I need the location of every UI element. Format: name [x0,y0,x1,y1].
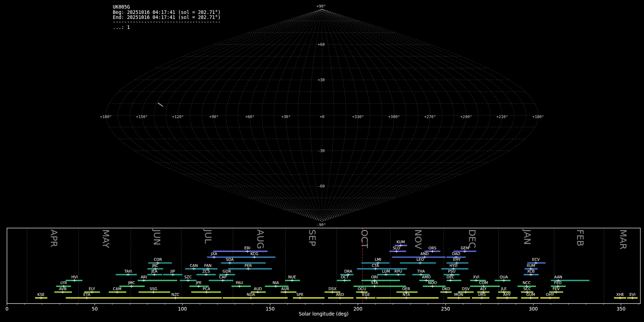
shower-label: AUR [281,287,289,291]
x-tick-label: 300 [529,306,538,312]
shower-label: ECV [532,257,540,262]
shower-label: JEA [151,269,158,273]
shower-label: SSG [150,287,157,291]
shower-DKD: DKD [440,287,452,294]
shower-label: ELY [89,287,95,291]
shower-label: EVI [629,292,635,297]
x-tick-label: 0 [5,306,8,312]
month-label-MAR: MAR [618,229,628,250]
shower-label: EHY [453,257,461,262]
shower-label: XCB [527,269,535,273]
shower-label: JXA [210,252,217,256]
shower-label: EGE [362,292,370,297]
shower-label: SDA [226,257,234,262]
shower-label: QUA [500,275,508,279]
station-id: UK005G [113,4,130,10]
shower-label: NZC [171,292,179,297]
x-tick-label: 350 [616,306,625,312]
month-label-JUL: JUL [203,229,213,244]
month-label-FEB: FEB [575,229,585,247]
shower-label: COM [479,280,488,285]
shower-label: DKD [442,287,450,291]
shower-label: DAD [452,252,460,256]
lon-label: +180° [532,114,544,119]
lon-label: +270° [424,114,436,119]
shower-label: TAH [124,269,132,273]
shower-label: SPE [297,292,304,297]
shower-label: NCC [523,280,531,285]
lat-label: -90° [317,223,326,227]
shower-label: MON [454,292,463,297]
x-tick-label: 200 [353,306,362,312]
shower-label: NTA [402,292,410,297]
lon-label: +0 [319,114,324,119]
month-label-OCT: OCT [359,229,370,248]
shower-label: PSU [448,269,455,273]
shower-label: FED [554,280,562,285]
shower-label: SCC [523,287,531,291]
radiant-map-screenshot: UK005G Beg: 20251016 04:17:41 (sol = 202… [0,0,644,322]
shower-label: OHY [546,292,554,297]
lon-label: +30° [281,114,291,119]
x-tick-label: 150 [265,306,274,312]
lon-label: +210° [496,114,508,119]
shower-label: ERI [244,246,250,250]
month-label-NOV: NOV [413,229,423,249]
month-label-APR: APR [49,229,59,247]
shower-label: ETA [83,292,91,297]
shower-label: XVI [473,275,479,279]
shower-label: AUD [254,287,262,291]
shower-label: PCA [203,287,211,291]
shower-label: PER [245,263,252,268]
month-label-MAY: MAY [101,229,111,248]
x-tick-label: 50 [92,306,98,312]
shower-label: NDA [247,292,255,297]
shower-label: OCU [358,287,366,291]
shower-label: ORI [371,275,378,279]
shower-label: DRA [344,269,352,273]
shower-label: AVB [59,287,67,291]
shower-label: ALY [480,287,487,291]
shower-label: CTA [372,263,379,268]
shower-label: JMC [128,280,135,285]
lat-label: -60 [318,184,325,189]
lat-label: +30 [318,78,325,82]
shower-label: KSE [37,292,44,297]
lat-label: +60 [318,42,325,47]
lon-label: +60° [245,114,254,119]
shower-label: ARI [141,275,147,279]
shower-label: JLE [501,287,507,291]
shower-label: SZC [184,275,192,279]
shower-label: JIP [170,269,175,273]
month-label-AUG: AUG [255,229,265,249]
shower-label: FAN [204,263,211,268]
shower-label: JPE [195,280,201,285]
lon-label: +240° [460,114,472,119]
shower-label: CAN [190,263,198,268]
x-tick-label: 100 [178,306,187,312]
shower-label: COR [154,257,162,262]
lon-label: +330° [352,114,364,119]
shower-label: STA [371,280,378,285]
end-time-line: End: 20251016 04:17:41 (sol = 202.71°) [113,15,220,20]
lon-label: +180° [100,114,112,119]
lon-label: +90° [209,114,219,119]
meteor-count-line: ...: 1 [113,25,130,30]
shower-label: ZCS [202,269,210,273]
x-tick-label: 250 [441,306,450,312]
shower-label: LUM [382,269,390,273]
month-label-JUN: JUN [152,229,162,245]
shower-label: FEV [552,287,560,291]
shower-label: LEO [416,257,424,262]
shower-label: KCG [250,252,258,256]
shower-label: XUM [527,263,535,268]
shower-label: AAN [554,275,562,279]
shower-label: LYR [60,280,67,285]
shower-label: LMI [375,257,381,262]
shower-label: PAU [236,280,243,285]
lon-label: +120° [172,114,184,119]
shower-label: OCT [341,275,349,279]
lon-label: +150° [136,114,148,119]
separator-line: -------------------------------------- [113,19,220,25]
shower-label: NUE [288,275,296,279]
